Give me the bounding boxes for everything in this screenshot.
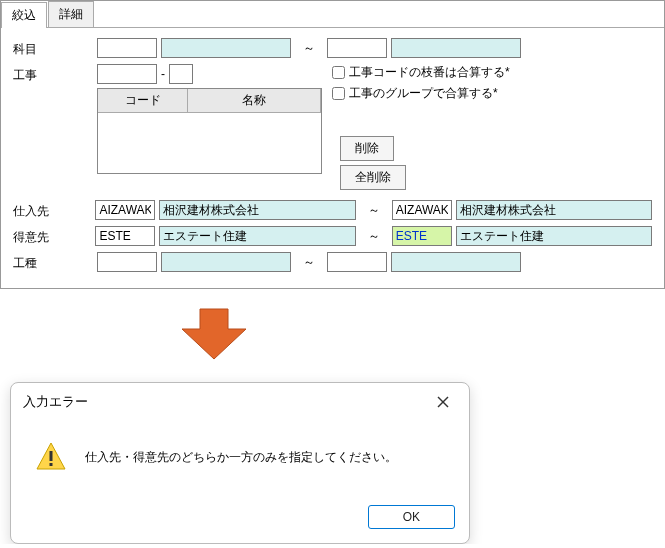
kamoku-to-name[interactable] [391, 38, 521, 58]
row-tokuisaki: 得意先 ～ [13, 226, 652, 246]
tilde: ～ [295, 254, 323, 271]
delete-button[interactable]: 削除 [340, 136, 394, 161]
label-koushu: 工種 [13, 252, 93, 272]
kamoku-from-code[interactable] [97, 38, 157, 58]
svg-rect-5 [50, 463, 53, 466]
check-codebranch-label: 工事コードの枝番は合算する* [349, 64, 510, 81]
form-area: 科目 ～ 工事 - コード 名称 [1, 28, 664, 288]
tab-filter[interactable]: 絞込 [1, 2, 47, 28]
dash: - [159, 67, 167, 81]
row-kamoku: 科目 ～ [13, 38, 652, 58]
deleteall-button[interactable]: 全削除 [340, 165, 406, 190]
close-button[interactable] [429, 391, 457, 413]
label-tokuisaki: 得意先 [13, 226, 91, 246]
tokuisaki-to-code[interactable] [392, 226, 452, 246]
dialog-message: 仕入先・得意先のどちらか一方のみを指定してください。 [85, 449, 397, 466]
kouji-grid: コード 名称 [97, 88, 322, 174]
arrow-wrap [0, 289, 665, 382]
tabs: 絞込 詳細 [1, 1, 664, 28]
label-kouji: 工事 [13, 64, 93, 84]
tab-detail[interactable]: 詳細 [48, 1, 94, 27]
svg-rect-4 [50, 451, 53, 461]
check-group-label: 工事のグループで合算する* [349, 85, 498, 102]
svg-marker-0 [182, 309, 246, 359]
check-group[interactable] [332, 87, 345, 100]
shiiresaki-to-name[interactable] [456, 200, 652, 220]
kamoku-from-name[interactable] [161, 38, 291, 58]
koushu-to-code[interactable] [327, 252, 387, 272]
close-icon [437, 396, 449, 408]
grid-header-name: 名称 [188, 89, 321, 113]
kamoku-to-code[interactable] [327, 38, 387, 58]
row-koushu: 工種 ～ [13, 252, 652, 272]
tokuisaki-to-name[interactable] [456, 226, 652, 246]
warning-icon [35, 441, 67, 473]
tokuisaki-from-name[interactable] [159, 226, 355, 246]
grid-header-code: コード [98, 89, 188, 113]
koushu-from-code[interactable] [97, 252, 157, 272]
tokuisaki-from-code[interactable] [95, 226, 155, 246]
koushu-from-name[interactable] [161, 252, 291, 272]
tilde: ～ [360, 202, 388, 219]
shiiresaki-from-code[interactable] [95, 200, 155, 220]
check-codebranch[interactable] [332, 66, 345, 79]
arrow-down-icon [180, 307, 248, 361]
row-kouji: 工事 - コード 名称 [13, 64, 652, 194]
tilde: ～ [295, 40, 323, 57]
error-dialog: 入力エラー 仕入先・得意先のどちらか一方のみを指定してください。 OK [10, 382, 470, 544]
koushu-to-name[interactable] [391, 252, 521, 272]
tilde: ～ [360, 228, 388, 245]
kouji-branch[interactable] [169, 64, 193, 84]
shiiresaki-to-code[interactable] [392, 200, 452, 220]
shiiresaki-from-name[interactable] [159, 200, 355, 220]
dialog-title: 入力エラー [23, 393, 88, 411]
grid-body[interactable] [98, 113, 321, 173]
ok-button[interactable]: OK [368, 505, 455, 529]
label-kamoku: 科目 [13, 38, 93, 58]
filter-panel: 絞込 詳細 科目 ～ 工事 - [0, 0, 665, 289]
kouji-code[interactable] [97, 64, 157, 84]
label-shiiresaki: 仕入先 [13, 200, 91, 220]
row-shiiresaki: 仕入先 ～ [13, 200, 652, 220]
